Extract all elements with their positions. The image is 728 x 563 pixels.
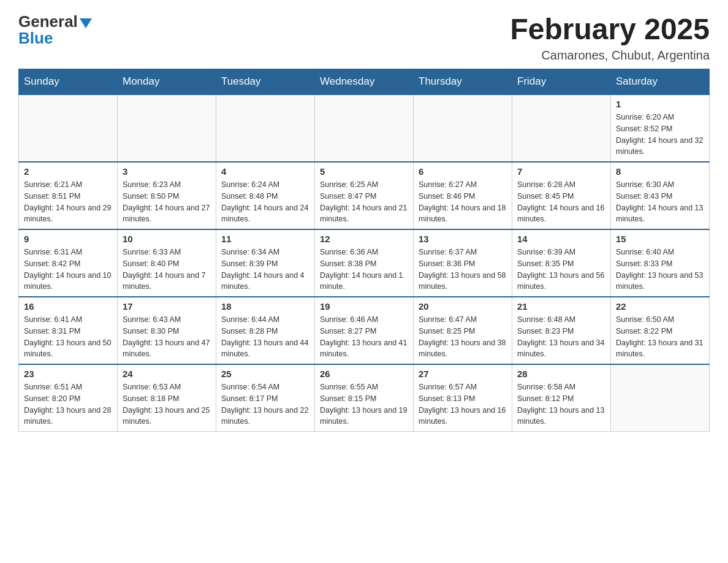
- table-row: [19, 94, 118, 162]
- day-number: 28: [517, 369, 605, 379]
- table-row: 19Sunrise: 6:46 AM Sunset: 8:27 PM Dayli…: [315, 297, 414, 364]
- day-info: Sunrise: 6:55 AM Sunset: 8:15 PM Dayligh…: [320, 381, 408, 427]
- day-info: Sunrise: 6:20 AM Sunset: 8:52 PM Dayligh…: [616, 112, 704, 158]
- day-number: 24: [123, 369, 211, 379]
- day-number: 5: [320, 166, 408, 177]
- day-number: 2: [24, 166, 112, 177]
- day-number: 21: [517, 301, 605, 312]
- day-info: Sunrise: 6:50 AM Sunset: 8:22 PM Dayligh…: [616, 314, 704, 360]
- day-info: Sunrise: 6:46 AM Sunset: 8:27 PM Dayligh…: [320, 314, 408, 360]
- day-number: 9: [24, 234, 112, 244]
- day-info: Sunrise: 6:28 AM Sunset: 8:45 PM Dayligh…: [517, 179, 605, 225]
- table-row: 18Sunrise: 6:44 AM Sunset: 8:28 PM Dayli…: [216, 297, 315, 364]
- col-wednesday: Wednesday: [315, 69, 414, 95]
- logo-blue: Blue: [18, 29, 53, 48]
- day-info: Sunrise: 6:43 AM Sunset: 8:30 PM Dayligh…: [123, 314, 211, 360]
- day-info: Sunrise: 6:44 AM Sunset: 8:28 PM Dayligh…: [221, 314, 309, 360]
- day-number: 22: [616, 301, 704, 312]
- day-info: Sunrise: 6:58 AM Sunset: 8:12 PM Dayligh…: [517, 381, 605, 427]
- day-info: Sunrise: 6:24 AM Sunset: 8:48 PM Dayligh…: [221, 179, 309, 225]
- day-number: 26: [320, 369, 408, 379]
- table-row: 25Sunrise: 6:54 AM Sunset: 8:17 PM Dayli…: [216, 364, 315, 432]
- table-row: 2Sunrise: 6:21 AM Sunset: 8:51 PM Daylig…: [19, 162, 118, 229]
- table-row: 26Sunrise: 6:55 AM Sunset: 8:15 PM Dayli…: [315, 364, 414, 432]
- day-info: Sunrise: 6:39 AM Sunset: 8:35 PM Dayligh…: [517, 247, 605, 293]
- table-row: 20Sunrise: 6:47 AM Sunset: 8:25 PM Dayli…: [414, 297, 512, 364]
- day-info: Sunrise: 6:48 AM Sunset: 8:23 PM Dayligh…: [517, 314, 605, 360]
- day-number: 25: [221, 369, 309, 379]
- table-row: 13Sunrise: 6:37 AM Sunset: 8:36 PM Dayli…: [414, 229, 512, 297]
- day-info: Sunrise: 6:47 AM Sunset: 8:25 PM Dayligh…: [419, 314, 507, 360]
- day-number: 1: [616, 99, 704, 109]
- day-number: 11: [221, 234, 309, 244]
- day-info: Sunrise: 6:31 AM Sunset: 8:42 PM Dayligh…: [24, 247, 112, 293]
- table-row: 7Sunrise: 6:28 AM Sunset: 8:45 PM Daylig…: [512, 162, 611, 229]
- day-info: Sunrise: 6:51 AM Sunset: 8:20 PM Dayligh…: [24, 381, 112, 427]
- col-sunday: Sunday: [19, 69, 118, 95]
- table-row: 1Sunrise: 6:20 AM Sunset: 8:52 PM Daylig…: [611, 94, 710, 162]
- table-row: [611, 364, 710, 432]
- day-info: Sunrise: 6:33 AM Sunset: 8:40 PM Dayligh…: [123, 247, 211, 293]
- table-row: 14Sunrise: 6:39 AM Sunset: 8:35 PM Dayli…: [512, 229, 611, 297]
- logo-triangle-icon: [80, 18, 92, 28]
- day-number: 4: [221, 166, 309, 177]
- table-row: 8Sunrise: 6:30 AM Sunset: 8:43 PM Daylig…: [611, 162, 710, 229]
- calendar-week-row: 16Sunrise: 6:41 AM Sunset: 8:31 PM Dayli…: [19, 297, 710, 364]
- table-row: 11Sunrise: 6:34 AM Sunset: 8:39 PM Dayli…: [216, 229, 315, 297]
- day-number: 3: [123, 166, 211, 177]
- calendar-week-row: 1Sunrise: 6:20 AM Sunset: 8:52 PM Daylig…: [19, 94, 710, 162]
- table-row: 22Sunrise: 6:50 AM Sunset: 8:22 PM Dayli…: [611, 297, 710, 364]
- table-row: 4Sunrise: 6:24 AM Sunset: 8:48 PM Daylig…: [216, 162, 315, 229]
- calendar-week-row: 23Sunrise: 6:51 AM Sunset: 8:20 PM Dayli…: [19, 364, 710, 432]
- day-info: Sunrise: 6:36 AM Sunset: 8:38 PM Dayligh…: [320, 247, 408, 293]
- table-row: 12Sunrise: 6:36 AM Sunset: 8:38 PM Dayli…: [315, 229, 414, 297]
- table-row: [216, 94, 315, 162]
- table-row: 28Sunrise: 6:58 AM Sunset: 8:12 PM Dayli…: [512, 364, 611, 432]
- col-thursday: Thursday: [414, 69, 512, 95]
- table-row: [315, 94, 414, 162]
- col-monday: Monday: [118, 69, 216, 95]
- calendar-header-row: Sunday Monday Tuesday Wednesday Thursday…: [19, 69, 710, 95]
- table-row: 3Sunrise: 6:23 AM Sunset: 8:50 PM Daylig…: [118, 162, 216, 229]
- table-row: 27Sunrise: 6:57 AM Sunset: 8:13 PM Dayli…: [414, 364, 512, 432]
- day-number: 15: [616, 234, 704, 244]
- calendar-week-row: 2Sunrise: 6:21 AM Sunset: 8:51 PM Daylig…: [19, 162, 710, 229]
- table-row: [118, 94, 216, 162]
- day-number: 20: [419, 301, 507, 312]
- day-info: Sunrise: 6:37 AM Sunset: 8:36 PM Dayligh…: [419, 247, 507, 293]
- month-title: February 2025: [510, 12, 710, 46]
- day-info: Sunrise: 6:54 AM Sunset: 8:17 PM Dayligh…: [221, 381, 309, 427]
- col-friday: Friday: [512, 69, 611, 95]
- day-number: 14: [517, 234, 605, 244]
- day-number: 8: [616, 166, 704, 177]
- col-saturday: Saturday: [611, 69, 710, 95]
- day-number: 13: [419, 234, 507, 244]
- day-number: 7: [517, 166, 605, 177]
- day-number: 17: [123, 301, 211, 312]
- day-number: 12: [320, 234, 408, 244]
- table-row: 17Sunrise: 6:43 AM Sunset: 8:30 PM Dayli…: [118, 297, 216, 364]
- table-row: 9Sunrise: 6:31 AM Sunset: 8:42 PM Daylig…: [19, 229, 118, 297]
- logo: General Blue: [18, 12, 92, 48]
- day-number: 23: [24, 369, 112, 379]
- table-row: 15Sunrise: 6:40 AM Sunset: 8:33 PM Dayli…: [611, 229, 710, 297]
- day-number: 27: [419, 369, 507, 379]
- page-header: General Blue February 2025 Camarones, Ch…: [18, 12, 710, 63]
- day-info: Sunrise: 6:30 AM Sunset: 8:43 PM Dayligh…: [616, 179, 704, 225]
- day-number: 19: [320, 301, 408, 312]
- table-row: [512, 94, 611, 162]
- day-number: 16: [24, 301, 112, 312]
- table-row: 21Sunrise: 6:48 AM Sunset: 8:23 PM Dayli…: [512, 297, 611, 364]
- table-row: 16Sunrise: 6:41 AM Sunset: 8:31 PM Dayli…: [19, 297, 118, 364]
- table-row: 10Sunrise: 6:33 AM Sunset: 8:40 PM Dayli…: [118, 229, 216, 297]
- day-info: Sunrise: 6:25 AM Sunset: 8:47 PM Dayligh…: [320, 179, 408, 225]
- day-info: Sunrise: 6:34 AM Sunset: 8:39 PM Dayligh…: [221, 247, 309, 293]
- title-section: February 2025 Camarones, Chubut, Argenti…: [510, 12, 710, 63]
- day-info: Sunrise: 6:53 AM Sunset: 8:18 PM Dayligh…: [123, 381, 211, 427]
- calendar-week-row: 9Sunrise: 6:31 AM Sunset: 8:42 PM Daylig…: [19, 229, 710, 297]
- day-number: 6: [419, 166, 507, 177]
- table-row: 6Sunrise: 6:27 AM Sunset: 8:46 PM Daylig…: [414, 162, 512, 229]
- table-row: 23Sunrise: 6:51 AM Sunset: 8:20 PM Dayli…: [19, 364, 118, 432]
- day-info: Sunrise: 6:21 AM Sunset: 8:51 PM Dayligh…: [24, 179, 112, 225]
- day-info: Sunrise: 6:23 AM Sunset: 8:50 PM Dayligh…: [123, 179, 211, 225]
